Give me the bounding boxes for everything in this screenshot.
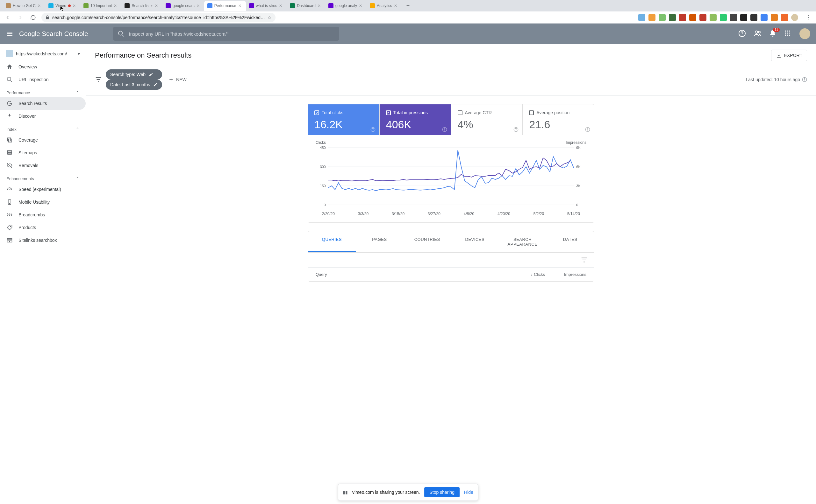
extension-icon[interactable] — [781, 14, 788, 21]
sidebar-item-sitelinks-searchbox[interactable]: Sitelinks searchbox — [0, 234, 86, 247]
help-icon[interactable] — [513, 127, 518, 132]
svg-rect-22 — [7, 238, 12, 240]
extension-icon[interactable] — [720, 14, 727, 21]
tab-favicon — [124, 3, 130, 8]
browser-tab[interactable]: How to Get C ✕ — [3, 1, 45, 11]
address-bar[interactable]: search.google.com/search-console/perform… — [41, 13, 276, 22]
add-filter-button[interactable]: + NEW — [166, 74, 189, 85]
extension-icon[interactable] — [669, 14, 676, 21]
extension-icon[interactable] — [750, 14, 757, 21]
filter-chip[interactable]: Date: Last 3 months — [106, 80, 162, 90]
extension-icon[interactable] — [761, 14, 768, 21]
extension-icon[interactable] — [649, 14, 656, 21]
sidebar-item-speed-experimental-[interactable]: Speed (experimental) — [0, 183, 86, 196]
metric-average-ctr[interactable]: Average CTR 4% — [451, 104, 523, 135]
table-tab-queries[interactable]: QUERIES — [308, 231, 356, 252]
filter-icon[interactable] — [95, 76, 102, 83]
close-tab-icon[interactable]: ✕ — [155, 3, 159, 8]
stop-sharing-button[interactable]: Stop sharing — [425, 487, 460, 497]
sidebar-item-products[interactable]: Products — [0, 221, 86, 234]
browser-tab[interactable]: Analytics ✕ — [367, 1, 402, 11]
col-query[interactable]: Query — [316, 272, 503, 277]
sidebar-item-url-inspection[interactable]: URL inspection — [0, 73, 86, 86]
browser-tab[interactable]: Performance ✕ — [204, 1, 246, 11]
star-icon[interactable]: ☆ — [268, 15, 272, 20]
product-logo[interactable]: Google Search Console — [19, 30, 88, 38]
table-tab-search-appearance[interactable]: SEARCH APPEARANCE — [499, 231, 546, 252]
close-tab-icon[interactable]: ✕ — [394, 3, 398, 8]
browser-menu-button[interactable]: ⋮ — [804, 13, 813, 22]
sidebar-item-removals[interactable]: Removals — [0, 159, 86, 172]
sidebar-item-coverage[interactable]: Coverage — [0, 134, 86, 146]
export-button[interactable]: EXPORT — [771, 50, 807, 61]
extension-icon[interactable] — [710, 14, 717, 21]
metric-total-impressions[interactable]: Total impressions 406K — [380, 104, 451, 135]
svg-rect-23 — [7, 241, 10, 242]
property-selector[interactable]: https://wickedsheets.com/ ▾ — [0, 47, 86, 60]
sidebar-item-search-results[interactable]: Search results — [0, 97, 86, 110]
close-tab-icon[interactable]: ✕ — [238, 3, 243, 8]
close-tab-icon[interactable]: ✕ — [359, 3, 363, 8]
extension-icon[interactable] — [679, 14, 686, 21]
sidebar-item-sitemaps[interactable]: Sitemaps — [0, 146, 86, 159]
close-tab-icon[interactable]: ✕ — [196, 3, 201, 8]
svg-text:450: 450 — [320, 146, 326, 150]
table-tab-countries[interactable]: COUNTRIES — [403, 231, 451, 252]
close-tab-icon[interactable]: ✕ — [318, 3, 322, 8]
url-inspection-search[interactable]: Inspect any URL in "https://wickedsheets… — [113, 27, 339, 41]
metric-total-clicks[interactable]: Total clicks 16.2K — [308, 104, 380, 135]
hide-share-bar-button[interactable]: Hide — [464, 490, 473, 495]
browser-tab[interactable]: what is struc ✕ — [246, 1, 287, 11]
sidebar-section-index[interactable]: Index ⌃ — [0, 123, 86, 134]
extension-icon[interactable] — [700, 14, 707, 21]
account-avatar[interactable] — [799, 28, 810, 39]
reload-button[interactable] — [29, 13, 38, 22]
x-tick: 4/8/20 — [464, 212, 474, 216]
col-impressions[interactable]: Impressions — [545, 272, 586, 277]
users-icon[interactable] — [754, 30, 762, 38]
menu-icon[interactable] — [6, 30, 13, 38]
sidebar-section-performance[interactable]: Performance ⌃ — [0, 86, 86, 97]
extension-icon[interactable] — [730, 14, 737, 21]
tab-favicon — [48, 3, 53, 8]
browser-tab[interactable]: Search lister ✕ — [121, 1, 162, 11]
col-clicks[interactable]: ↓ Clicks — [503, 272, 545, 277]
browser-tab[interactable]: google analy ✕ — [325, 1, 367, 11]
browser-tab[interactable]: google searc ✕ — [162, 1, 204, 11]
metric-average-position[interactable]: Average position 21.6 — [523, 104, 594, 135]
table-tab-pages[interactable]: PAGES — [356, 231, 404, 252]
table-filter-icon[interactable] — [580, 256, 587, 263]
extension-icon[interactable] — [659, 14, 666, 21]
browser-tab[interactable]: 10 Important ✕ — [80, 1, 121, 11]
help-icon[interactable] — [738, 30, 747, 38]
forward-button[interactable] — [16, 13, 25, 22]
close-tab-icon[interactable]: ✕ — [38, 3, 42, 8]
help-icon[interactable] — [442, 127, 447, 132]
help-icon[interactable] — [802, 77, 807, 82]
browser-tab[interactable]: Dashboard ✕ — [287, 1, 325, 11]
sidebar-item-discover[interactable]: Discover — [0, 110, 86, 123]
sidebar-item-overview[interactable]: Overview — [0, 60, 86, 73]
sidebar-item-breadcrumbs[interactable]: Breadcrumbs — [0, 208, 86, 221]
chevron-up-icon: ⌃ — [76, 127, 79, 132]
notifications-icon[interactable]: 11 — [769, 30, 777, 38]
table-tab-dates[interactable]: DATES — [546, 231, 594, 252]
close-tab-icon[interactable]: ✕ — [279, 3, 284, 8]
filter-chip[interactable]: Search type: Web — [106, 69, 162, 80]
extension-icon[interactable] — [771, 14, 778, 21]
help-icon[interactable] — [370, 127, 376, 132]
browser-tab[interactable]: Vimeo ✕ — [45, 1, 80, 11]
extension-icon[interactable] — [740, 14, 747, 21]
back-button[interactable] — [3, 13, 12, 22]
close-tab-icon[interactable]: ✕ — [73, 3, 77, 8]
new-tab-button[interactable]: + — [404, 1, 412, 10]
apps-icon[interactable] — [784, 30, 792, 38]
extension-icon[interactable] — [689, 14, 696, 21]
table-tab-devices[interactable]: DEVICES — [451, 231, 499, 252]
help-icon[interactable] — [585, 127, 590, 132]
sidebar-section-enhancements[interactable]: Enhancements ⌃ — [0, 172, 86, 183]
close-tab-icon[interactable]: ✕ — [114, 3, 118, 8]
extension-icon[interactable] — [791, 14, 798, 21]
sidebar-item-mobile-usability[interactable]: Mobile Usability — [0, 196, 86, 208]
extension-icon[interactable] — [638, 14, 645, 21]
